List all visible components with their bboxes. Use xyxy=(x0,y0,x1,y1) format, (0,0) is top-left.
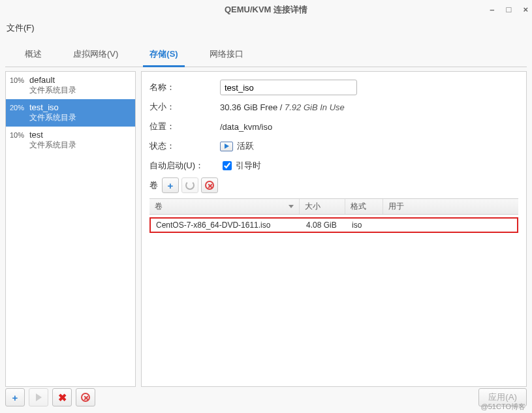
pool-item-test[interactable]: 10% test 文件系统目录 xyxy=(6,127,135,154)
delete-icon xyxy=(81,393,90,402)
label-size: 大小： xyxy=(149,101,220,113)
menubar: 文件(F) xyxy=(0,20,532,37)
tab-overview[interactable]: 概述 xyxy=(18,44,48,67)
pool-name: default xyxy=(29,75,76,85)
refresh-volumes-button[interactable] xyxy=(181,177,198,193)
size-free: 30.36 GiB Free / xyxy=(220,102,285,112)
sort-indicator-icon xyxy=(289,205,294,208)
tab-network-interface[interactable]: 网络接口 xyxy=(203,44,250,67)
x-icon: ✖ xyxy=(58,391,67,404)
delete-icon xyxy=(205,181,214,190)
state-value: 活跃 xyxy=(237,140,254,152)
label-autostart: 自动启动(U)： xyxy=(149,160,220,172)
autostart-label: 引导时 xyxy=(236,160,261,172)
add-volume-button[interactable]: + xyxy=(162,177,179,193)
plus-icon: + xyxy=(168,181,174,191)
window-title: QEMU/KVM 连接详情 xyxy=(225,5,307,14)
play-icon xyxy=(36,393,42,401)
add-pool-button[interactable]: + xyxy=(5,388,25,406)
minimize-button[interactable]: – xyxy=(490,0,494,20)
label-state: 状态： xyxy=(149,140,220,152)
stop-pool-button[interactable]: ✖ xyxy=(52,388,72,406)
close-button[interactable]: × xyxy=(523,0,528,20)
bottom-toolbar: + ✖ 应用(A) xyxy=(5,386,527,409)
volume-row[interactable]: CentOS-7-x86_64-DVD-1611.iso 4.08 GiB is… xyxy=(149,217,518,233)
label-location: 位置： xyxy=(149,121,220,132)
pool-name: test xyxy=(29,130,76,140)
location-value: /data_kvm/iso xyxy=(220,122,272,132)
col-format[interactable]: 格式 xyxy=(345,199,383,214)
col-volume[interactable]: 卷 xyxy=(149,199,300,214)
state-active-icon xyxy=(220,142,233,151)
pool-details: 名称： 大小： 30.36 GiB Free / 7.92 GiB In Use… xyxy=(141,71,527,387)
pool-item-default[interactable]: 10% default 文件系统目录 xyxy=(6,72,135,99)
col-size[interactable]: 大小 xyxy=(300,199,345,214)
start-pool-button[interactable] xyxy=(29,388,48,406)
volumes-header-row: 卷 大小 格式 用于 xyxy=(149,199,518,215)
pool-name-input[interactable] xyxy=(220,80,357,95)
col-usedby[interactable]: 用于 xyxy=(383,199,518,214)
storage-pool-list[interactable]: 10% default 文件系统目录 20% test_iso 文件系统目录 1… xyxy=(5,71,136,387)
plus-icon: + xyxy=(12,393,18,403)
file-menu[interactable]: 文件(F) xyxy=(7,22,35,34)
delete-pool-button[interactable] xyxy=(76,388,95,406)
label-name: 名称： xyxy=(149,82,220,93)
delete-volume-button[interactable] xyxy=(201,177,218,193)
tab-virtual-network[interactable]: 虚拟网络(V) xyxy=(67,44,125,67)
volume-format: iso xyxy=(347,221,384,230)
maximize-button[interactable]: □ xyxy=(507,0,512,20)
volumes-table: 卷 大小 格式 用于 CentOS-7-x86_64-DVD-1611.iso … xyxy=(149,198,518,233)
pool-usage-pct: 10% xyxy=(10,75,29,84)
pool-usage-pct: 20% xyxy=(10,102,29,112)
pool-item-test-iso[interactable]: 20% test_iso 文件系统目录 xyxy=(6,99,135,127)
size-used: 7.92 GiB In Use xyxy=(285,102,345,112)
pool-usage-pct: 10% xyxy=(10,130,29,139)
pool-type: 文件系统目录 xyxy=(29,140,76,151)
volume-size: 4.08 GiB xyxy=(301,221,347,230)
titlebar: QEMU/KVM 连接详情 – □ × xyxy=(0,0,532,20)
refresh-icon xyxy=(185,181,195,190)
pool-type: 文件系统目录 xyxy=(29,112,76,123)
tab-bar: 概述 虚拟网络(V) 存储(S) 网络接口 xyxy=(5,38,527,67)
volume-name: CentOS-7-x86_64-DVD-1611.iso xyxy=(151,221,301,230)
autostart-checkbox[interactable] xyxy=(223,161,232,170)
pool-type: 文件系统目录 xyxy=(29,85,76,96)
tab-storage[interactable]: 存储(S) xyxy=(143,44,184,67)
label-volumes: 卷 xyxy=(149,179,158,191)
watermark: @51CTO博客 xyxy=(481,402,525,412)
pool-name: test_iso xyxy=(29,102,76,112)
